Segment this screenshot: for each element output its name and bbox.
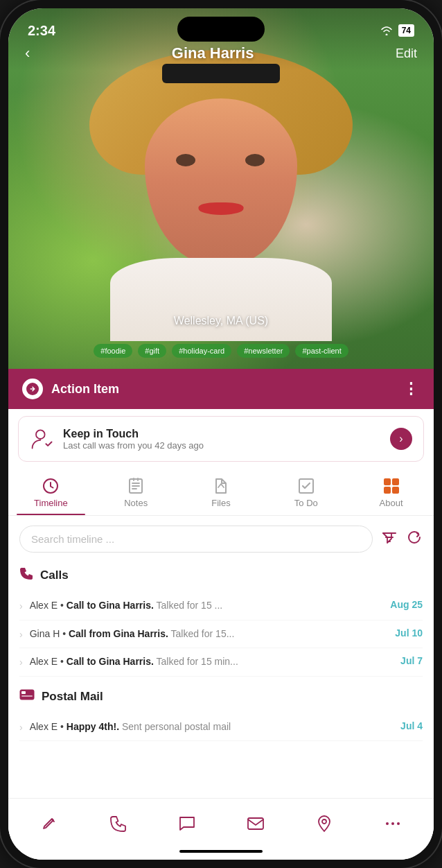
call-date-2: Jul 10 — [395, 627, 423, 639]
edit-button[interactable]: Edit — [396, 46, 417, 61]
content-area: Action Item ⋮ Keep in Touch — [8, 369, 434, 860]
svg-rect-5 — [384, 478, 391, 485]
dynamic-island — [177, 17, 265, 42]
home-indicator — [179, 850, 263, 853]
tab-timeline[interactable]: Timeline — [8, 471, 94, 515]
keep-in-touch-title: Keep in Touch — [63, 428, 204, 440]
call-text-3: Alex E • Call to Gina Harris. Talked for… — [30, 655, 394, 669]
tab-todo-label: To Do — [294, 498, 318, 508]
timeline-icon — [42, 477, 60, 495]
tag-newsletter[interactable]: #newsletter — [237, 344, 290, 358]
call-person-1: Alex E — [30, 600, 58, 611]
call-person-2: Gina H — [30, 628, 60, 639]
svg-rect-11 — [21, 695, 33, 697]
svg-rect-7 — [384, 487, 391, 494]
search-bar: Search timeline ... — [19, 526, 423, 553]
notes-icon — [127, 477, 145, 495]
postal-date-1: Jul 4 — [400, 720, 423, 731]
tab-files[interactable]: Files — [179, 471, 264, 515]
tag-foodie[interactable]: #foodie — [94, 344, 132, 358]
email-action-button[interactable] — [240, 808, 271, 839]
action-item-icon — [22, 379, 43, 399]
action-item-left: Action Item — [22, 379, 119, 399]
back-button[interactable]: ‹ — [25, 44, 30, 62]
postal-mail-section: Postal Mail › Alex E • Happy 4th!. Sent … — [19, 689, 423, 742]
postal-mail-icon — [19, 689, 35, 705]
tag-past-client[interactable]: #past-client — [295, 344, 348, 358]
call-item-3[interactable]: › Alex E • Call to Gina Harris. Talked f… — [19, 648, 423, 677]
more-action-button[interactable] — [378, 808, 408, 839]
search-actions — [381, 529, 423, 549]
call-text-1: Alex E • Call to Gina Harris. Talked for… — [30, 599, 384, 613]
svg-point-16 — [397, 822, 400, 825]
chevron-icon-2: › — [19, 629, 23, 640]
call-detail-3: Talked for 15 min... — [157, 656, 238, 667]
tab-notes[interactable]: Notes — [94, 471, 179, 515]
postal-mail-title: Postal Mail — [42, 690, 103, 704]
call-item-1[interactable]: › Alex E • Call to Gina Harris. Talked f… — [19, 592, 423, 620]
status-icons: 74 — [380, 24, 414, 37]
battery-icon: 74 — [398, 24, 414, 37]
contact-photo — [89, 50, 353, 341]
action-item-label: Action Item — [51, 382, 119, 397]
todo-icon — [297, 477, 315, 495]
call-date-1: Aug 25 — [390, 599, 423, 610]
postal-item-1[interactable]: › Alex E • Happy 4th!. Sent personal pos… — [19, 713, 423, 742]
tab-files-label: Files — [211, 498, 230, 508]
svg-rect-8 — [392, 487, 399, 494]
svg-point-1 — [36, 430, 45, 439]
call-item-2[interactable]: › Gina H • Call from Gina Harris. Talked… — [19, 620, 423, 649]
call-action-button[interactable] — [103, 808, 134, 839]
location-area: Wellesley, MA (US) — [8, 315, 434, 327]
postal-person-1: Alex E — [30, 721, 58, 732]
tab-bar: Timeline Notes — [8, 469, 434, 516]
action-dots-button[interactable]: ⋮ — [403, 380, 420, 398]
postal-detail-1: Sent personal postal mail — [122, 721, 231, 732]
keep-in-touch-card[interactable]: Keep in Touch Last call was from you 42 … — [18, 416, 424, 462]
chevron-icon-3: › — [19, 657, 23, 668]
call-text-2: Gina H • Call from Gina Harris. Talked f… — [30, 627, 389, 641]
phone-frame: 2:34 74 — [0, 0, 442, 868]
call-desc-2: Call from Gina Harris. — [69, 628, 168, 639]
search-input-wrap[interactable]: Search timeline ... — [19, 526, 373, 553]
hero-area: ‹ Gina Harris Edit Wellesley, MA (US) #f… — [8, 8, 434, 369]
tab-about[interactable]: About — [348, 471, 434, 515]
tab-timeline-label: Timeline — [34, 498, 68, 508]
chevron-icon-postal-1: › — [19, 722, 23, 733]
call-detail-2: Talked for 15... — [171, 628, 235, 639]
wifi-icon — [380, 26, 393, 35]
tag-holiday-card[interactable]: #holiday-card — [172, 344, 231, 358]
about-icon — [382, 477, 400, 495]
postal-text-1: Alex E • Happy 4th!. Sent personal posta… — [30, 720, 394, 734]
status-time: 2:34 — [28, 23, 55, 39]
files-icon — [212, 477, 230, 495]
postal-section-header: Postal Mail — [19, 689, 423, 705]
calls-title: Calls — [40, 568, 69, 582]
call-date-3: Jul 7 — [400, 655, 423, 666]
location-text: Wellesley, MA (US) — [174, 315, 268, 327]
keep-in-touch-subtitle: Last call was from you 42 days ago — [63, 440, 204, 451]
keep-touch-left: Keep in Touch Last call was from you 42 … — [30, 426, 204, 451]
tab-todo[interactable]: To Do — [263, 471, 348, 515]
call-person-3: Alex E — [30, 656, 58, 667]
tab-notes-label: Notes — [124, 498, 148, 508]
location-action-button[interactable] — [309, 808, 339, 839]
svg-point-15 — [391, 822, 394, 825]
svg-rect-12 — [248, 818, 263, 829]
message-action-button[interactable] — [172, 808, 202, 839]
keep-touch-content: Keep in Touch Last call was from you 42 … — [63, 428, 204, 451]
tab-about-label: About — [380, 498, 403, 508]
search-placeholder: Search timeline ... — [31, 533, 114, 545]
arrow-right-icon — [26, 383, 39, 395]
refresh-button[interactable] — [406, 529, 423, 549]
svg-rect-10 — [21, 691, 26, 694]
keep-touch-arrow[interactable]: › — [390, 428, 412, 450]
filter-button[interactable] — [381, 529, 398, 549]
edit-action-button[interactable] — [35, 808, 65, 839]
call-desc-1: Call to Gina Harris. — [67, 600, 154, 611]
phone-screen: 2:34 74 — [8, 8, 434, 860]
svg-rect-6 — [392, 478, 399, 485]
calls-section-header: Calls — [19, 566, 423, 584]
action-item-bar[interactable]: Action Item ⋮ — [8, 369, 434, 409]
tag-gift[interactable]: #gift — [138, 344, 166, 358]
